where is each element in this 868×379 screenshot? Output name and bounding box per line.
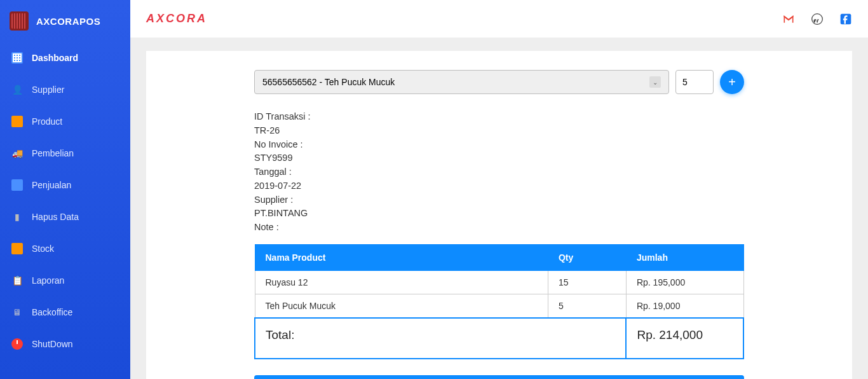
topbar-icons [782,13,852,25]
sidebar: AXCORAPOS Dashboard 👤 Supplier Product 🚚… [0,0,130,379]
info-supplier: Supplier : PT.BINTANG [254,193,744,221]
product-icon [11,116,23,127]
cell-qty: 15 [548,270,626,294]
sidebar-item-stock[interactable]: Stock [0,233,130,265]
cell-amount: Rp. 195,000 [626,270,743,294]
product-select[interactable]: 56565656562 - Teh Pucuk Mucuk ⌄ [254,70,669,94]
sidebar-item-supplier[interactable]: 👤 Supplier [0,74,130,106]
input-row: 56565656562 - Teh Pucuk Mucuk ⌄ + [254,70,744,94]
sidebar-item-label: Penjualan [32,180,71,190]
info-note: Note : [254,221,744,235]
info-date: Tanggal : 2019-07-22 [254,165,744,193]
sidebar-item-penjualan[interactable]: Penjualan [0,169,130,201]
sidebar-item-label: Hapus Data [32,212,79,222]
total-row: Total: Rp. 214,000 [255,318,743,359]
sidebar-item-shutdown[interactable]: ShutDown [0,328,130,360]
sidebar-item-backoffice[interactable]: 🖥 Backoffice [0,296,130,328]
sidebar-item-label: Stock [32,244,54,254]
transaction-info: ID Transaksi : TR-26 No Invoice : STY959… [254,110,744,235]
sidebar-item-laporan[interactable]: 📋 Laporan [0,265,130,296]
cell-amount: Rp. 19,000 [626,294,743,318]
stock-icon [11,243,23,254]
sidebar-item-label: Laporan [32,275,64,286]
save-button[interactable]: Simpan [254,375,744,379]
sidebar-item-label: Supplier [32,85,64,95]
items-table: Nama Product Qty Jumlah Ruyasu 12 15 Rp.… [254,244,744,359]
sidebar-item-label: Backoffice [32,307,72,317]
sidebar-item-label: ShutDown [32,339,73,349]
facebook-icon[interactable] [839,13,852,25]
cell-name: Teh Pucuk Mucuk [255,294,548,318]
table-row: Ruyasu 12 15 Rp. 195,000 [255,270,743,294]
dashboard-icon [11,52,23,64]
monitor-icon: 🖥 [11,307,23,318]
info-id: ID Transaksi : TR-26 [254,110,744,138]
header-qty: Qty [548,244,626,270]
topbar: AXCORA [130,0,868,38]
chevron-down-icon: ⌄ [649,76,661,88]
total-value: Rp. 214,000 [626,318,743,359]
sidebar-item-label: Product [32,116,62,127]
info-invoice: No Invoice : STY9599 [254,138,744,166]
sidebar-item-pembelian[interactable]: 🚚 Pembelian [0,137,130,169]
content-panel: 56565656562 - Teh Pucuk Mucuk ⌄ + ID Tra… [146,51,852,379]
calculator-icon [11,179,23,191]
qty-input[interactable] [675,70,714,94]
cell-qty: 5 [548,294,626,318]
power-icon [11,338,23,350]
gmail-icon[interactable] [782,13,795,25]
sidebar-item-product[interactable]: Product [0,106,130,137]
app-title: AXCORAPOS [36,16,100,27]
main-area: AXCORA 56565656562 - Teh Pucuk Mucuk ⌄ +… [130,0,868,379]
truck-icon: 🚚 [11,148,23,159]
wordpress-icon[interactable] [811,13,824,25]
cell-name: Ruyasu 12 [255,270,548,294]
trash-icon: ▮ [11,211,23,223]
table-header-row: Nama Product Qty Jumlah [255,244,743,270]
brand-logo: AXCORA [146,12,207,25]
add-button[interactable]: + [720,70,744,94]
clipboard-icon: 📋 [11,275,23,286]
header-name: Nama Product [255,244,548,270]
sidebar-item-label: Dashboard [32,53,78,63]
sidebar-item-hapus[interactable]: ▮ Hapus Data [0,201,130,233]
sidebar-item-dashboard[interactable]: Dashboard [0,42,130,74]
supplier-icon: 👤 [11,84,23,95]
product-selected-text: 56565656562 - Teh Pucuk Mucuk [262,77,395,87]
header-amount: Jumlah [626,244,743,270]
table-row: Teh Pucuk Mucuk 5 Rp. 19,000 [255,294,743,318]
sidebar-item-label: Pembelian [32,148,74,158]
app-logo-icon [10,11,29,31]
sidebar-header: AXCORAPOS [0,0,130,42]
total-label: Total: [255,318,626,359]
